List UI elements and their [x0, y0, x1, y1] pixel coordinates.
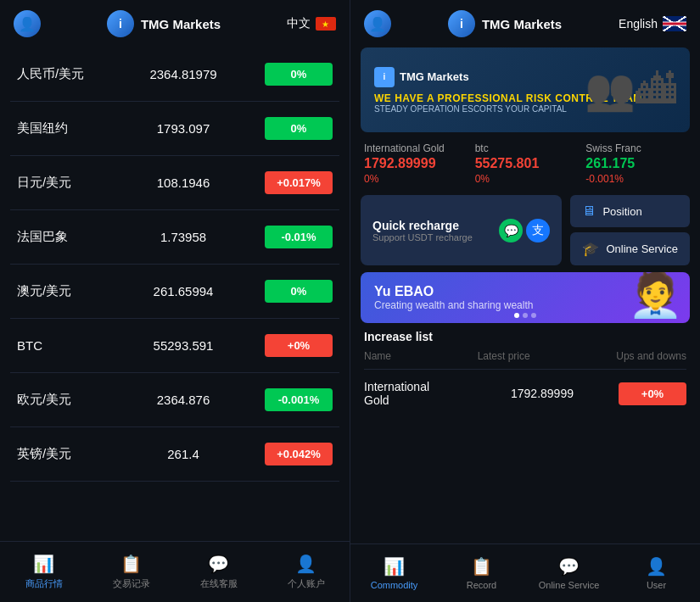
- market-item-price: 108.1946: [102, 176, 265, 190]
- inc-header-change: Ups and downs: [616, 350, 686, 362]
- quick-actions-row: Quick recharge Support USDT recharge 💬 支…: [350, 195, 700, 265]
- ticker-price: 261.175: [585, 156, 686, 171]
- increase-list-item: InternationalGold 1792.89999 +0%: [364, 369, 686, 417]
- right-language-selector[interactable]: English: [619, 16, 686, 31]
- payment-icons: 💬 支: [499, 219, 550, 242]
- ticker-change: -0.001%: [585, 173, 686, 185]
- market-item-name: 日元/美元: [17, 175, 102, 191]
- market-item-name: 人民币/美元: [17, 66, 102, 82]
- market-item-price: 261.65994: [102, 284, 265, 298]
- cn-flag-icon: [316, 17, 336, 31]
- ticker-change: 0%: [364, 173, 465, 185]
- online-service-button[interactable]: 🎓 Online Service: [570, 232, 690, 265]
- online-service-right-nav-icon: 💬: [558, 556, 580, 577]
- record-nav-label: 交易记录: [113, 577, 150, 590]
- ticker-price: 1792.89999: [364, 156, 465, 171]
- user-right-nav-label: User: [647, 580, 666, 590]
- yu-ebao-banner[interactable]: Yu EBAO Creating wealth and sharing weal…: [361, 272, 690, 323]
- market-item-change: +0.042%: [265, 443, 333, 465]
- position-label: Position: [602, 205, 641, 218]
- online-service-right-nav-label: Online Service: [539, 580, 600, 590]
- quick-recharge-button[interactable]: Quick recharge Support USDT recharge 💬 支: [361, 195, 562, 265]
- banner-figure: 👥🏙: [571, 47, 690, 132]
- dot-1: [514, 313, 519, 318]
- left-language-selector[interactable]: 中文: [287, 16, 336, 31]
- ticker-item: btc 55275.801 0%: [475, 142, 576, 185]
- market-item-change: -0.01%: [265, 226, 333, 248]
- yu-ebao-figure: 🧑‍💼: [628, 272, 683, 321]
- right-nav-item-online-service[interactable]: 💬 Online Service: [525, 551, 613, 595]
- inc-header-price: Latest price: [478, 350, 530, 362]
- left-avatar-icon: 👤: [14, 10, 41, 37]
- market-item-price: 1.73958: [102, 230, 265, 244]
- right-nav-item-user[interactable]: 👤 User: [613, 551, 700, 595]
- market-item[interactable]: 人民币/美元 2364.81979 0%: [10, 47, 339, 102]
- commodity-right-nav-icon: 📊: [384, 556, 405, 577]
- market-item[interactable]: 英镑/美元 261.4 +0.042%: [10, 427, 339, 482]
- market-item-change: +0.017%: [265, 171, 333, 194]
- yu-ebao-subtitle: Creating wealth and sharing wealth: [374, 299, 533, 311]
- yu-ebao-text: Yu EBAO Creating wealth and sharing weal…: [374, 284, 533, 311]
- left-nav-item-online-service[interactable]: 💬 在线客服: [175, 549, 262, 595]
- profile-nav-label: 个人账户: [288, 577, 325, 590]
- right-brand-name: TMG Markets: [482, 17, 562, 31]
- online-service-nav-label: 在线客服: [200, 577, 238, 590]
- market-item[interactable]: 欧元/美元 2364.876 -0.001%: [10, 373, 339, 427]
- market-item-name: 美国纽约: [17, 120, 102, 137]
- right-nav-item-commodity[interactable]: 📊 Commodity: [350, 551, 438, 595]
- inc-item-change: +0%: [619, 382, 686, 405]
- ticker-change: 0%: [475, 173, 576, 185]
- left-nav-item-record[interactable]: 📋 交易记录: [87, 549, 175, 595]
- increase-list-headers: Name Latest price Ups and downs: [364, 350, 686, 362]
- market-item[interactable]: 法国巴象 1.73958 -0.01%: [10, 210, 339, 265]
- yu-ebao-title: Yu EBAO: [374, 284, 533, 299]
- market-item-price: 261.4: [102, 447, 265, 461]
- right-header: 👤 i TMG Markets English: [350, 0, 700, 47]
- market-item-price: 55293.591: [102, 338, 265, 353]
- left-logo-icon: i: [107, 10, 134, 37]
- right-panel: 👤 i TMG Markets English i TMG Markets WE…: [350, 0, 700, 602]
- online-service-nav-icon: 💬: [208, 554, 229, 574]
- left-nav-item-profile[interactable]: 👤 个人账户: [262, 549, 350, 595]
- right-logo-letter: i: [460, 17, 463, 31]
- left-panel: 👤 i TMG Markets 中文 人民币/美元 2364.81979 0% …: [0, 0, 350, 602]
- ticker-item: International Gold 1792.89999 0%: [364, 142, 465, 185]
- market-item[interactable]: 澳元/美元 261.65994 0%: [10, 265, 339, 319]
- commodity-right-nav-label: Commodity: [371, 580, 418, 590]
- ticker-name: International Gold: [364, 142, 465, 154]
- left-bottom-nav: 📊 商品行情 📋 交易记录 💬 在线客服 👤 个人账户: [0, 541, 350, 602]
- ticker-name: btc: [475, 142, 576, 154]
- quick-recharge-subtitle: Support USDT recharge: [372, 232, 473, 242]
- record-right-nav-icon: 📋: [471, 556, 492, 577]
- left-logo: i TMG Markets: [107, 10, 221, 37]
- left-header: 👤 i TMG Markets 中文: [0, 0, 350, 47]
- quick-recharge-title: Quick recharge: [372, 219, 473, 232]
- record-right-nav-label: Record: [467, 580, 496, 590]
- market-item[interactable]: BTC 55293.591 +0%: [10, 319, 339, 373]
- right-logo-icon: i: [448, 10, 475, 37]
- position-button[interactable]: 🖥 Position: [570, 195, 690, 227]
- ticker-row: International Gold 1792.89999 0% btc 552…: [350, 132, 700, 195]
- inc-header-name: Name: [364, 350, 391, 362]
- market-item[interactable]: 美国纽约 1793.097 0%: [10, 102, 339, 156]
- increase-list-title: Increase list: [364, 330, 686, 343]
- user-right-nav-icon: 👤: [646, 556, 667, 577]
- alipay-icon: 支: [526, 219, 550, 242]
- market-item-change: 0%: [265, 117, 333, 140]
- tmg-banner: i TMG Markets WE HAVE A PROFESSIONAL RIS…: [361, 47, 690, 132]
- dot-3: [531, 313, 536, 318]
- commodity-nav-icon: 📊: [33, 554, 54, 574]
- wechat-pay-icon: 💬: [499, 219, 523, 242]
- market-item[interactable]: 日元/美元 108.1946 +0.017%: [10, 156, 339, 210]
- left-nav-item-commodity[interactable]: 📊 商品行情: [0, 549, 87, 595]
- market-item-price: 1793.097: [102, 121, 265, 136]
- increase-list-section: Increase list Name Latest price Ups and …: [350, 330, 700, 543]
- market-item-change: +0%: [265, 334, 333, 357]
- inc-item-price: 1792.89999: [511, 387, 574, 400]
- left-brand-name: TMG Markets: [141, 17, 221, 31]
- market-item-change: 0%: [265, 63, 333, 86]
- right-nav-item-record[interactable]: 📋 Record: [438, 551, 525, 595]
- right-avatar-icon: 👤: [364, 10, 391, 37]
- quick-recharge-info: Quick recharge Support USDT recharge: [372, 219, 473, 242]
- market-item-price: 2364.81979: [102, 67, 265, 81]
